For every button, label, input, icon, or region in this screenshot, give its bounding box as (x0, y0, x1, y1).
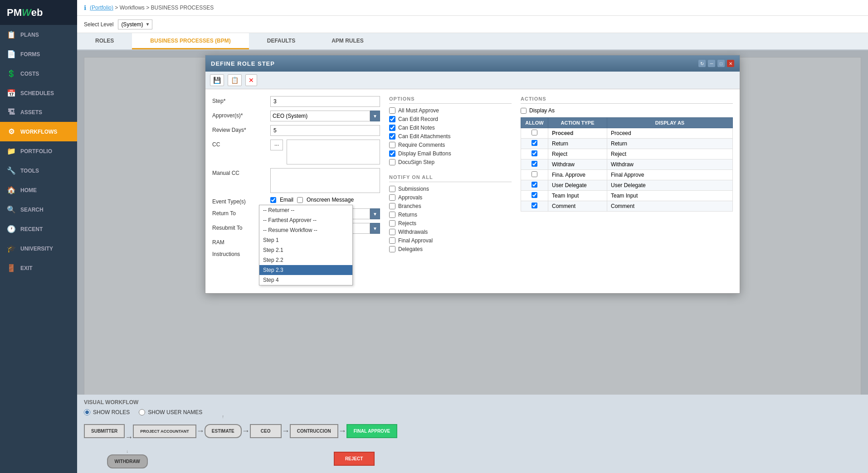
main-content: ℹ (Portfolio) > Workflows > BUSINESS PRO… (77, 0, 868, 473)
modal-maximize-button[interactable]: □ (717, 60, 725, 67)
can-edit-attachments-checkbox[interactable] (389, 133, 395, 140)
step-input[interactable] (270, 96, 380, 107)
portfolio-link[interactable]: (Portfolio) (90, 5, 113, 11)
delegates-checkbox[interactable] (389, 246, 395, 252)
submissions-checkbox[interactable] (389, 186, 395, 192)
notify-header: NOTIFY ON ALL (389, 174, 512, 182)
user-delegate-type: User Delegate (548, 180, 607, 191)
final-approve-allow-checkbox[interactable] (532, 171, 537, 177)
manual-cc-textarea[interactable] (270, 168, 380, 193)
user-delegate-allow-checkbox[interactable] (532, 182, 537, 188)
save-button[interactable]: 💾 (210, 74, 224, 86)
user-delegate-display-input[interactable] (611, 182, 729, 188)
dropdown-item-farthest[interactable]: -- Farthest Approver -- (259, 215, 352, 225)
can-edit-record-checkbox[interactable] (389, 116, 395, 122)
manual-cc-label: Manual CC (212, 168, 267, 176)
define-role-step-modal: DEFINE ROLE STEP ↻ ─ □ ✕ 💾 📋 ✕ (205, 55, 740, 294)
withdrawals-checkbox[interactable] (389, 229, 395, 235)
dropdown-item-step1[interactable]: Step 1 (259, 235, 352, 245)
review-days-input[interactable] (270, 125, 380, 136)
level-select-wrap: (System) ▼ (118, 19, 150, 29)
tab-apm[interactable]: APM RULES (313, 33, 382, 49)
dropdown-item-returner[interactable]: -- Returner -- (259, 205, 352, 215)
branches-checkbox[interactable] (389, 203, 395, 209)
email-checkbox[interactable] (270, 197, 276, 203)
sidebar-item-portfolio[interactable]: 📁 PORTFOLIO (0, 141, 77, 161)
review-days-label: Review Days* (212, 125, 267, 133)
final-approve-type: Fina. Approve (548, 170, 607, 180)
final-approval-checkbox[interactable] (389, 237, 395, 244)
sidebar-item-assets[interactable]: 🏗 ASSETS (0, 103, 77, 122)
dropdown-item-step21[interactable]: Step 2.1 (259, 245, 352, 255)
team-input-display-input[interactable] (611, 193, 729, 199)
show-users-radio[interactable] (139, 409, 145, 415)
approvals-checkbox[interactable] (389, 194, 395, 201)
can-edit-notes-label: Can Edit Notes (398, 125, 435, 131)
withdraw-allow-checkbox[interactable] (532, 161, 537, 167)
review-days-row: Review Days* (212, 125, 380, 136)
cc-dots-button[interactable]: ··· (270, 140, 283, 150)
approvers-select[interactable]: CEO (System) (270, 111, 370, 121)
team-input-allow-checkbox[interactable] (532, 192, 537, 198)
instructions-label: Instructions (212, 249, 267, 257)
sidebar-item-home[interactable]: 🏠 HOME (0, 180, 77, 200)
info-icon[interactable]: ℹ (84, 4, 86, 11)
wf-node-estimate: ESTIMATE (205, 424, 242, 438)
tab-defaults[interactable]: DEFAULTS (249, 33, 313, 49)
comment-allow-checkbox[interactable] (532, 203, 537, 208)
delete-button[interactable]: ✕ (245, 74, 257, 86)
sidebar-item-recent[interactable]: 🕐 RECENT (0, 219, 77, 239)
modal-close-button[interactable]: ✕ (727, 60, 734, 67)
proceed-display-input[interactable] (611, 130, 729, 136)
resubmit-to-arrow[interactable]: ▼ (370, 223, 380, 234)
dropdown-item-step23[interactable]: Step 2.3 (259, 265, 352, 275)
sidebar-item-forms[interactable]: 📄 FORMS (0, 44, 77, 64)
notify-submissions: Submissions (389, 186, 512, 192)
rejects-checkbox[interactable] (389, 220, 395, 227)
reject-allow-checkbox[interactable] (532, 150, 537, 156)
modal-controls: ↻ ─ □ ✕ (698, 60, 734, 67)
modal-toolbar: 💾 📋 ✕ (205, 72, 740, 89)
all-must-approve-checkbox[interactable] (389, 107, 395, 114)
proceed-allow-checkbox[interactable] (532, 130, 537, 135)
sidebar-item-university[interactable]: 🎓 UNIVERSITY (0, 239, 77, 258)
approvers-select-wrap: CEO (System) ▼ (270, 111, 380, 121)
level-select[interactable]: (System) (118, 19, 152, 29)
comment-display-input[interactable] (611, 203, 729, 209)
approvers-select-arrow[interactable]: ▼ (370, 111, 380, 121)
dropdown-item-resume[interactable]: -- Resume Workflow -- (259, 225, 352, 235)
step-row: Step* (212, 96, 380, 107)
dropdown-item-step22[interactable]: Step 2.2 (259, 255, 352, 265)
docusign-label: DocuSign Step (398, 159, 434, 165)
sidebar-item-tools[interactable]: 🔧 TOOLS (0, 161, 77, 180)
tab-bpm[interactable]: BUSINESS PROCESSES (BPM) (132, 33, 249, 49)
return-allow-checkbox[interactable] (532, 140, 537, 146)
require-comments-checkbox[interactable] (389, 142, 395, 148)
sidebar-item-search[interactable]: 🔍 SEARCH (0, 200, 77, 219)
sidebar-item-schedules[interactable]: 📅 SCHEDULES (0, 83, 77, 103)
tab-roles[interactable]: ROLES (77, 33, 132, 49)
modal-refresh-button[interactable]: ↻ (698, 60, 706, 67)
display-as-checkbox[interactable] (521, 108, 527, 114)
sidebar-item-workflows[interactable]: ⚙ WORKFLOWS (0, 122, 77, 141)
sidebar-item-exit[interactable]: 🚪 EXIT (0, 258, 77, 278)
edit-button[interactable]: 📋 (228, 74, 242, 86)
display-email-buttons-checkbox[interactable] (389, 150, 395, 157)
final-approve-display-input[interactable] (611, 172, 729, 178)
actions-header: ACTIONS (521, 96, 733, 104)
option-require-comments: Require Comments (389, 142, 512, 148)
reject-display-input[interactable] (611, 151, 729, 157)
sidebar-item-plans[interactable]: 📋 PLANS (0, 25, 77, 44)
return-display-input[interactable] (611, 140, 729, 147)
modal-minimize-button[interactable]: ─ (708, 60, 715, 67)
return-to-arrow[interactable]: ▼ (370, 208, 380, 219)
docusign-checkbox[interactable] (389, 159, 395, 165)
show-roles-radio[interactable] (84, 409, 90, 415)
onscreen-checkbox[interactable] (297, 197, 303, 203)
cc-textarea[interactable] (287, 140, 380, 164)
dropdown-item-step4[interactable]: Step 4 (259, 275, 352, 285)
can-edit-notes-checkbox[interactable] (389, 125, 395, 131)
withdraw-display-input[interactable] (611, 161, 729, 168)
returns-checkbox[interactable] (389, 212, 395, 218)
sidebar-item-costs[interactable]: 💲 COSTS (0, 64, 77, 83)
